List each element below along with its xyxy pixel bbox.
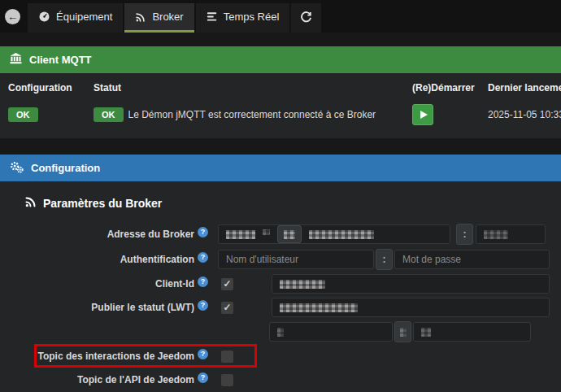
broker-address-input[interactable] (218, 224, 450, 244)
field-row-api-topic: Topic de l'API de Jeedom ? (7, 370, 555, 390)
stream-lines-icon (207, 11, 218, 22)
client-id-checkbox[interactable]: ✓ (221, 278, 233, 290)
username-input[interactable] (218, 250, 374, 269)
client-mqtt-header[interactable]: Client MQTT (0, 46, 561, 73)
lwt-topic-input[interactable] (272, 298, 550, 317)
help-icon[interactable]: ? (198, 372, 208, 383)
tab-label: Temps Réel (224, 11, 280, 23)
lwt-checkbox[interactable]: ✓ (221, 302, 233, 314)
broadcast-icon (135, 11, 146, 23)
help-icon[interactable]: ? (198, 227, 208, 237)
redacted-offline-message (421, 328, 431, 337)
redacted-host (309, 230, 374, 239)
credentials-separator: : (376, 249, 393, 270)
table-row: OK OK Le Démon jMQTT est correctement co… (8, 104, 561, 125)
port-separator: : (456, 224, 473, 245)
field-row-client-id: Client-Id ? ✓ (7, 274, 555, 294)
field-row-lwt: Publier le statut (LWT) ? ✓ (7, 298, 555, 317)
redacted-separator-glyph (400, 328, 407, 337)
bank-icon (10, 53, 22, 67)
play-icon (420, 111, 428, 119)
tab-broker[interactable]: Broker (124, 3, 194, 33)
redacted-protocol (226, 230, 255, 239)
table-header: Configuration Statut (Re)Démarrer Dernie… (8, 82, 561, 94)
broadcast-icon (24, 195, 37, 211)
configuration-header[interactable]: Configuration (0, 155, 561, 181)
configuration-panel: Paramètres du Broker Adresse du Broker ?… (0, 181, 561, 392)
configuration-status-badge: OK (8, 107, 38, 122)
help-icon[interactable]: ? (198, 277, 208, 287)
broker-port-input[interactable] (476, 224, 546, 244)
col-redemarrer: (Re)Démarrer (412, 82, 488, 94)
col-dernier-lancement: Dernier lancement (488, 82, 561, 94)
lwt-offline-input[interactable] (413, 322, 531, 342)
help-icon[interactable]: ? (198, 349, 208, 359)
daemon-status-badge: OK (94, 107, 124, 122)
field-label: Adresse du Broker (107, 229, 194, 240)
field-row-lwt-messages (7, 321, 555, 342)
api-topic-checkbox[interactable] (221, 374, 233, 386)
refresh-button[interactable] (291, 3, 321, 33)
field-label: Client-Id (155, 278, 194, 290)
field-row-interactions-topic: Topic des interactions de Jeedom ? (7, 346, 555, 366)
help-icon[interactable]: ? (198, 300, 208, 311)
tab-equipement[interactable]: Équipement (28, 3, 123, 33)
panel-title: Configuration (31, 162, 100, 174)
gears-icon (10, 161, 24, 176)
col-statut: Statut (94, 82, 412, 94)
panel-title: Client MQTT (29, 54, 92, 66)
redacted-lwt-topic (280, 303, 358, 312)
interactions-topic-checkbox[interactable] (221, 351, 233, 363)
client-mqtt-panel: Configuration Statut (Re)Démarrer Dernie… (0, 73, 561, 138)
field-label: Authentification (120, 254, 194, 265)
field-label: Publier le statut (LWT) (91, 302, 194, 313)
checkmark-icon: ✓ (223, 279, 231, 289)
redacted-scheme-separator (263, 229, 270, 235)
field-label: Topic de l'API de Jeedom (77, 374, 194, 385)
last-launch-timestamp: 2025-11-05 10:33 (488, 109, 561, 120)
checkmark-icon: ✓ (223, 303, 231, 312)
tab-label: Broker (152, 11, 183, 23)
redacted-client-id (280, 280, 325, 289)
top-navbar: ← Équipement Broker Temps Réel (0, 0, 561, 33)
tab-label: Équipement (56, 11, 112, 23)
field-row-authentication: Authentification ? : (7, 249, 555, 270)
redacted-port (484, 230, 508, 239)
field-row-broker-address: Adresse du Broker ? : (7, 224, 555, 245)
help-icon[interactable]: ? (198, 252, 208, 263)
col-configuration: Configuration (8, 82, 94, 94)
daemon-status-message: Le Démon jMQTT est correctement connecté… (128, 109, 376, 120)
broker-params-section-title: Paramètres du Broker (24, 195, 555, 211)
gauge-icon (38, 11, 50, 23)
refresh-icon (300, 11, 312, 23)
password-input[interactable] (394, 250, 550, 269)
arrow-left-icon: ← (7, 11, 18, 23)
back-button[interactable]: ← (5, 9, 20, 24)
field-label: Topic des interactions de Jeedom (38, 351, 195, 362)
redacted-online-message (277, 328, 284, 337)
lwt-online-input[interactable] (269, 322, 393, 342)
lwt-separator (394, 321, 411, 342)
redacted-host-select[interactable] (277, 225, 302, 243)
tab-temps-reel[interactable]: Temps Réel (196, 3, 290, 33)
restart-daemon-button[interactable] (412, 104, 433, 125)
client-id-input[interactable] (272, 274, 550, 294)
